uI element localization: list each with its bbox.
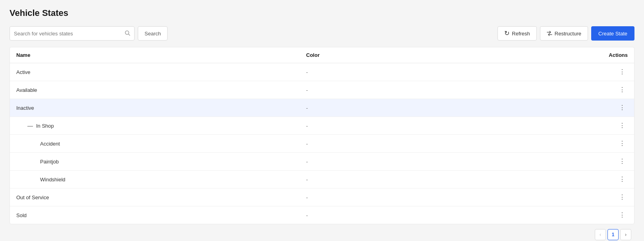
actions-menu-button[interactable]: ⋮ (617, 140, 628, 148)
column-header-name: Name (16, 52, 306, 58)
cell-color: - (306, 159, 596, 165)
actions-menu-button[interactable]: ⋮ (617, 211, 628, 219)
row-name-active: Active (16, 69, 30, 75)
pagination: ‹ 1 › (10, 224, 634, 241)
page-1-button[interactable]: 1 (607, 229, 619, 240)
table-row: Inactive - ⋮ (10, 99, 634, 117)
toolbar-right: ↻ Refresh Restructure Create State (497, 26, 634, 41)
cell-color: - (306, 69, 596, 75)
refresh-icon: ↻ (504, 30, 509, 37)
row-name-accident: Accident (40, 141, 60, 147)
row-name-paintjob: Paintjob (40, 159, 59, 165)
row-name-windshield: Windshield (40, 177, 66, 183)
column-header-actions: Actions (596, 52, 628, 58)
actions-menu-button[interactable]: ⋮ (617, 104, 628, 112)
search-button[interactable]: Search (138, 26, 168, 41)
restructure-button[interactable]: Restructure (540, 26, 588, 41)
actions-menu-button[interactable]: ⋮ (617, 193, 628, 201)
refresh-button[interactable]: ↻ Refresh (497, 26, 537, 41)
next-page-button[interactable]: › (620, 229, 631, 240)
cell-actions: ⋮ (596, 193, 628, 201)
row-name-out-of-service: Out of Service (16, 194, 49, 200)
collapse-icon[interactable]: — (27, 122, 33, 129)
cell-name: Active (16, 69, 306, 75)
page-title: Vehicle States (10, 8, 634, 18)
actions-menu-button[interactable]: ⋮ (617, 68, 628, 76)
row-name-available: Available (16, 87, 37, 93)
cell-color: - (306, 212, 596, 218)
cell-actions: ⋮ (596, 86, 628, 94)
cell-color: - (306, 177, 596, 183)
vehicle-states-table: Name Color Actions Active - ⋮ Available … (10, 47, 634, 224)
cell-color: - (306, 87, 596, 93)
cell-name: Windshield (16, 177, 306, 183)
cell-actions: ⋮ (596, 140, 628, 148)
prev-page-button[interactable]: ‹ (595, 229, 606, 240)
search-wrapper (10, 26, 135, 41)
cell-color: - (306, 141, 596, 147)
row-name-in-shop: In Shop (36, 123, 54, 129)
search-input[interactable] (14, 31, 125, 37)
cell-actions: ⋮ (596, 104, 628, 112)
cell-actions: ⋮ (596, 157, 628, 165)
search-icon-button[interactable] (125, 30, 130, 37)
table-header: Name Color Actions (10, 47, 634, 63)
restructure-label: Restructure (555, 31, 581, 37)
cell-name: Accident (16, 141, 306, 147)
cell-name: Out of Service (16, 194, 306, 200)
cell-name: Available (16, 87, 306, 93)
cell-color: - (306, 194, 596, 200)
svg-line-1 (129, 34, 130, 35)
actions-menu-button[interactable]: ⋮ (617, 157, 628, 165)
cell-color: - (306, 123, 596, 129)
table-row: Available - ⋮ (10, 81, 634, 99)
cell-name: Sold (16, 212, 306, 218)
cell-name: Paintjob (16, 159, 306, 165)
cell-actions: ⋮ (596, 211, 628, 219)
table-row: Paintjob - ⋮ (10, 153, 634, 171)
actions-menu-button[interactable]: ⋮ (617, 175, 628, 183)
cell-name: — In Shop (16, 122, 306, 129)
create-state-button[interactable]: Create State (591, 26, 634, 41)
toolbar: Search ↻ Refresh Restructure Create Stat… (10, 26, 634, 41)
cell-name: Inactive (16, 105, 306, 111)
row-name-inactive: Inactive (16, 105, 34, 111)
search-icon (125, 30, 130, 36)
table-row: Windshield - ⋮ (10, 171, 634, 189)
refresh-label: Refresh (512, 31, 530, 37)
cell-actions: ⋮ (596, 175, 628, 183)
actions-menu-button[interactable]: ⋮ (617, 86, 628, 94)
cell-actions: ⋮ (596, 68, 628, 76)
table-row: — In Shop - ⋮ (10, 117, 634, 135)
table-row: Sold - ⋮ (10, 206, 634, 224)
restructure-icon (547, 31, 552, 36)
table-row: Accident - ⋮ (10, 135, 634, 153)
actions-menu-button[interactable]: ⋮ (617, 122, 628, 130)
cell-color: - (306, 105, 596, 111)
cell-actions: ⋮ (596, 122, 628, 130)
table-row: Out of Service - ⋮ (10, 189, 634, 206)
table-row: Active - ⋮ (10, 63, 634, 81)
row-name-sold: Sold (16, 212, 27, 218)
column-header-color: Color (306, 52, 596, 58)
